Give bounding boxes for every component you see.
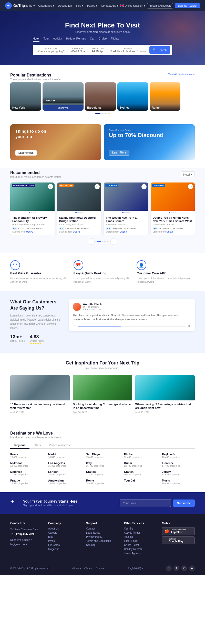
tab-cities[interactable]: Cities [29,442,45,448]
nav-categories[interactable]: Categories ▾ [38,4,54,7]
tab-holiday-rentals[interactable]: Holiday Rentals [66,37,86,42]
facebook-icon[interactable]: f [166,565,172,571]
tab-tour[interactable]: Tour [44,37,49,42]
become-expert-button[interactable]: Become An Expert [147,3,173,8]
dest-love-prague[interactable]: Prague15,321 properties [10,479,43,485]
destination-new-york[interactable]: New York [10,82,41,111]
prev-button[interactable]: ‹ [88,238,95,245]
dest-love-maldives[interactable]: Maldives11,432 properties [10,470,43,476]
dest-love-florence[interactable]: Florence14,432 properties [162,462,195,467]
dest-love-madrid[interactable]: Madrid14,543 properties [48,453,81,458]
inspo-card-1[interactable]: 10 European ski destinations you should … [10,375,70,416]
dest-love-phuket[interactable]: Phuket12,432 properties [124,453,157,458]
footer-magazine[interactable]: Magazine [48,548,81,551]
dest-love-kraken[interactable]: Kraken10,432 properties [124,470,157,476]
dot-1[interactable] [101,113,104,114]
email-input[interactable] [120,499,171,507]
tab-cruise[interactable]: Cruise [99,37,107,42]
discover-button[interactable]: Discover [43,105,84,111]
google-play-button[interactable]: ▶ Get it on Google Play [162,536,195,544]
next-button[interactable]: › [110,238,117,245]
view-all-destinations[interactable]: View All Destinations ↗ [168,73,195,76]
search-button[interactable]: 🔍 Search [149,46,170,54]
inspo-card-2[interactable]: Booking travel during Corona: good advic… [73,375,132,416]
hotel-card-1[interactable]: BREAKFAST INCLUDED ♡ The Montcalm At Bre… [10,182,55,235]
destination-barcelona[interactable]: Barcelona [85,82,116,111]
hotel-favorite-4[interactable]: ♡ [188,184,193,189]
footer-about[interactable]: About Us [48,527,81,530]
hotel-card-3[interactable]: TOP RATED ♡ The Westin New York at Times… [104,182,148,235]
learn-more-button[interactable]: Learn More [109,150,129,156]
country-select[interactable]: 🇬🇧 United Kingdom ▾ [120,4,145,7]
footer-language[interactable]: English (US) ▾ [128,567,143,570]
footer-holiday[interactable]: Holiday Rentals [124,548,157,551]
tab-activity[interactable]: Activity [53,37,62,42]
dot-3[interactable] [108,113,110,114]
nav-pages[interactable]: Pages ▾ [87,4,97,7]
experiences-button[interactable]: Experiences [15,150,37,156]
youtube-icon[interactable]: ▶ [189,565,195,571]
signin-button[interactable]: Sign In / Register [175,3,200,8]
location-input[interactable] [37,50,65,53]
dest-love-krakow[interactable]: Kraków14,432 properties [86,470,119,476]
hotel-card-2[interactable]: BEST SELLER ♡ Stayfly Aparthotel Deptfor… [57,182,101,235]
dest-love-rome2[interactable]: Rome14,432 properties [86,479,119,485]
footer-press[interactable]: Press [48,540,81,542]
dest-love-mykonos[interactable]: Mykonos12,432 properties [10,462,43,467]
hotel-card-4[interactable]: TOP RATED ♡ DoubleTree by Hilton Hotel N… [151,182,195,235]
nav-contact[interactable]: Contact [101,4,111,7]
footer-flight[interactable]: Flight Finder [124,540,157,542]
footer-car-hire[interactable]: Car hire [124,527,157,530]
destination-london[interactable]: London Discover [43,82,84,111]
dest-love-dubai[interactable]: Dubai12,432 properties [124,462,157,467]
tab-places-of-interest[interactable]: Places of interest [45,442,75,448]
checkout-field[interactable]: Check out Fri 15 Apr [89,47,107,53]
dest-love-london[interactable]: London15,432 properties [48,470,81,476]
footer-legal[interactable]: Legal Notice [86,531,119,534]
hotel-favorite-1[interactable]: ♡ [48,184,53,189]
nav-blog[interactable]: Blog ▾ [76,4,84,7]
guest-field[interactable]: Guest 2 adults · 1 children · 1 room [108,47,148,53]
tab-regions[interactable]: Regions [10,442,29,449]
promo-experiences[interactable]: Things to do on your trip Experiences [10,124,101,160]
tab-flights[interactable]: Flights [111,37,119,42]
footer-terms[interactable]: Terms and Conditions [86,540,119,542]
twitter-icon[interactable]: t [174,565,179,571]
destination-rome[interactable]: Rome [150,82,180,111]
tab-hotel[interactable]: Hotel [33,37,39,42]
dot-active[interactable] [95,113,100,114]
hotel-favorite-2[interactable]: ♡ [95,184,100,189]
footer-blog[interactable]: Blog [48,535,81,538]
footer-agents[interactable]: Travel Agents [124,552,157,555]
footer-terms-link[interactable]: · Terms [84,567,91,570]
dest-love-jersey[interactable]: Jersey12,543 properties [162,470,195,476]
dest-love-music[interactable]: Music10,432 properties [162,479,195,485]
lang-select[interactable]: USD ▾ [111,4,118,7]
footer-contact-link[interactable]: Contact [86,527,119,530]
hotel-filter[interactable]: Hotel ▾ [181,171,195,177]
tab-car[interactable]: Car [90,37,95,42]
footer-email[interactable]: hi@gotrip.com [10,542,43,546]
footer-careers[interactable]: Careers [48,531,81,534]
checkin-field[interactable]: Check in Wed 3 Nov [69,47,87,53]
dest-love-tourjaf[interactable]: Tour Jaf [124,479,157,485]
dest-love-sandiego[interactable]: San Diego15,432 properties [86,453,119,458]
dest-love-amsterdam[interactable]: Amsterdam15,432 properties [48,479,81,485]
dest-love-los-angeles[interactable]: Los Angeles15,321 properties [48,462,81,467]
promo-discount[interactable]: Enjoy Summer Deals Up to 70% Discount! L… [104,124,195,160]
footer-gift-cards[interactable]: Gift Cards [48,544,81,546]
subscribe-button[interactable]: Subscribe [173,499,195,507]
destination-sydney[interactable]: Sydney [117,82,148,111]
footer-sitemap[interactable]: Sitemap [86,544,119,546]
footer-privacy[interactable]: Privacy Policy [86,535,119,538]
nav-destination[interactable]: Destination [58,4,72,7]
app-store-button[interactable]: 🍎 Download on the App Store [162,527,195,535]
dest-love-italy[interactable]: Italy15,432 properties [86,462,119,467]
instagram-icon[interactable]: in [181,565,187,571]
footer-tour[interactable]: Tour list [124,535,157,538]
hotel-favorite-3[interactable]: ♡ [141,184,147,189]
inspo-card-3[interactable]: Where can't go? 5 amazing countries that… [135,375,195,416]
dest-love-reykjavik[interactable]: Reykjavík10,432 properties [162,453,195,458]
dest-love-rome[interactable]: Rome15,432 properties [10,453,43,458]
dot-2[interactable] [105,113,107,114]
